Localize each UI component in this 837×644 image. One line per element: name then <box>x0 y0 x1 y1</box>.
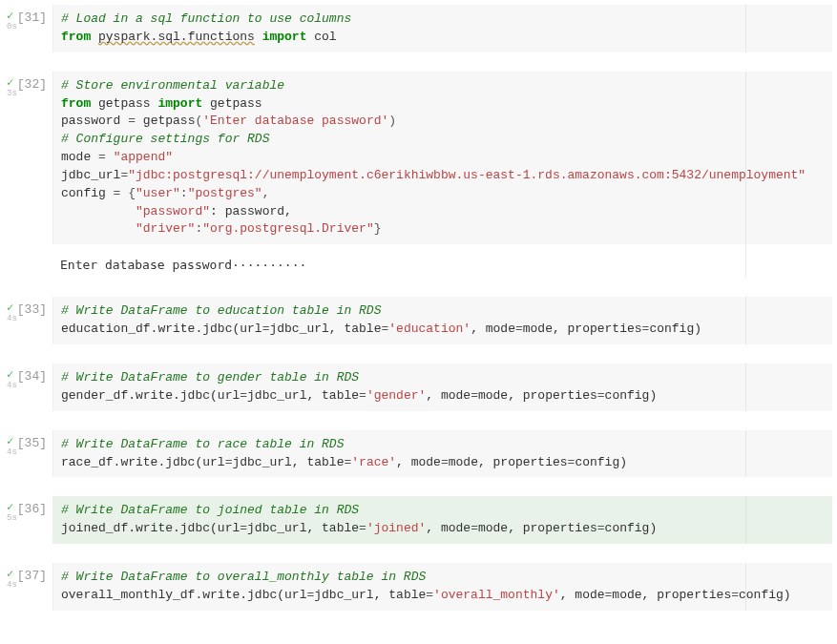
ruler-line <box>745 563 746 611</box>
code-input[interactable]: # Write DataFrame to education table in … <box>52 297 832 344</box>
code-token: # Write DataFrame to joined table in RDS <box>61 503 359 517</box>
cell-output: Enter database password·········· <box>52 252 832 278</box>
code-token: = <box>98 150 114 164</box>
notebook-cell[interactable]: ✓[31]0s# Load in a sql function to use c… <box>5 5 832 52</box>
code-token: = <box>441 455 449 469</box>
code-token: : password, <box>210 204 292 218</box>
ruler-line <box>745 364 746 411</box>
code-token: 'joined' <box>366 521 426 535</box>
cell-exec-time: 3s <box>7 89 17 98</box>
code-input[interactable]: # Load in a sql function to use columns … <box>52 5 832 52</box>
code-token: "driver" <box>136 221 195 236</box>
code-token: config) <box>649 322 701 336</box>
code-token: 'gender' <box>366 388 426 403</box>
notebook-cell[interactable]: ✓[36]5s# Write DataFrame to joined table… <box>5 496 832 544</box>
code-token: "jdbc:postgresql://unemployment.c6erikhi… <box>128 168 806 182</box>
code-token <box>255 30 262 44</box>
code-token: jdbc_url <box>61 168 120 182</box>
notebook-cell[interactable]: ✓[34]4s# Write DataFrame to gender table… <box>5 364 832 411</box>
notebook-cell[interactable]: ✓[33]4s# Write DataFrame to education ta… <box>5 297 832 344</box>
cell-exec-time: 4s <box>7 447 17 457</box>
code-token: mode, properties <box>523 322 642 336</box>
code-token <box>61 221 136 236</box>
code-token: getpass <box>98 96 157 111</box>
code-token: ) <box>388 114 396 128</box>
code-token: = <box>240 521 247 535</box>
code-token: mode, properties <box>449 455 568 469</box>
code-token: = <box>471 388 478 403</box>
code-input[interactable]: # Write DataFrame to gender table in RDS… <box>52 364 832 411</box>
ruler-line <box>745 5 746 52</box>
cell-gutter[interactable]: ✓[34]4s <box>5 364 52 411</box>
code-token: # Load in a sql function to use columns <box>61 11 351 26</box>
cell-gutter[interactable]: ✓[31]0s <box>5 5 52 52</box>
code-token: jdbc_url, table <box>232 455 344 469</box>
check-icon: ✓ <box>7 367 13 382</box>
code-token: config) <box>605 388 658 403</box>
code-token: = <box>597 521 605 535</box>
code-token: mode <box>61 150 98 164</box>
code-token: pyspark.sql.functions <box>98 30 255 44</box>
code-input[interactable]: # Write DataFrame to joined table in RDS… <box>52 496 832 544</box>
check-icon: ✓ <box>7 567 13 581</box>
notebook-cell[interactable]: ✓[32]3s# Store environmental variable fr… <box>5 72 832 279</box>
code-token: joined_df.write.jdbc(url <box>61 521 240 535</box>
code-token: race_df.write.jdbc(url <box>61 455 225 469</box>
code-token: = <box>731 588 739 602</box>
check-icon: ✓ <box>7 500 13 514</box>
code-token: "org.postgresql.Driver" <box>202 221 373 236</box>
code-token: mode, properties <box>612 588 731 602</box>
notebook-cell[interactable]: ✓[37]4s# Write DataFrame to overall_mont… <box>5 563 832 611</box>
code-token: "postgres" <box>188 186 262 200</box>
code-token: config) <box>605 521 658 535</box>
cell-exec-time: 0s <box>7 22 17 31</box>
code-token: getpass <box>143 114 196 128</box>
check-icon: ✓ <box>7 9 13 23</box>
cell-gutter[interactable]: ✓[33]4s <box>5 297 52 344</box>
cell-body: # Write DataFrame to education table in … <box>52 297 832 344</box>
code-token: import <box>262 30 315 44</box>
code-token: , mode <box>426 521 471 535</box>
code-token: = <box>240 388 247 403</box>
cell-body: # Store environmental variable from getp… <box>52 72 832 279</box>
ruler-line <box>745 430 746 478</box>
code-token: , mode <box>560 588 605 602</box>
code-token: = <box>128 114 143 128</box>
code-input[interactable]: # Write DataFrame to race table in RDS r… <box>52 430 832 478</box>
cell-body: # Write DataFrame to gender table in RDS… <box>52 364 832 411</box>
ruler-line <box>745 72 746 279</box>
code-token: from <box>61 96 98 111</box>
cell-gutter[interactable]: ✓[32]3s <box>5 72 52 279</box>
code-token: = <box>597 388 605 403</box>
code-token: "user" <box>136 186 180 200</box>
cell-gutter[interactable]: ✓[35]4s <box>5 430 52 478</box>
code-token: # Write DataFrame to education table in … <box>61 303 381 318</box>
notebook-cell[interactable]: ✓[35]4s# Write DataFrame to race table i… <box>5 430 832 478</box>
ruler-line <box>745 297 746 344</box>
notebook-container: ✓[31]0s# Load in a sql function to use c… <box>5 5 832 611</box>
check-icon: ✓ <box>7 434 13 448</box>
cell-gutter[interactable]: ✓[37]4s <box>5 563 52 611</box>
code-token: , <box>262 186 270 200</box>
code-token: = <box>471 521 478 535</box>
code-token: = <box>515 322 523 336</box>
code-input[interactable]: # Store environmental variable from getp… <box>52 72 832 245</box>
code-input[interactable]: # Write DataFrame to overall_monthly tab… <box>52 563 832 611</box>
code-token: = <box>359 521 366 535</box>
code-token: , mode <box>426 388 471 403</box>
code-token: gender_df.write.jdbc(url <box>61 388 240 403</box>
code-token: overall_monthly_df.write.jdbc(url <box>61 588 306 602</box>
code-token: "append" <box>114 150 173 164</box>
cell-exec-time: 5s <box>7 513 17 523</box>
code-token: jdbc_url, table <box>269 322 381 336</box>
code-token: getpass <box>210 96 262 111</box>
cell-gutter[interactable]: ✓[36]5s <box>5 496 52 544</box>
code-token: = { <box>114 186 136 200</box>
code-token: "password" <box>136 204 210 218</box>
code-token: config) <box>739 588 791 602</box>
code-token: 'education' <box>388 322 471 336</box>
code-token: # Write DataFrame to overall_monthly tab… <box>61 570 426 584</box>
code-token: : <box>180 186 188 200</box>
code-token: mode, properties <box>478 388 597 403</box>
code-token: education_df.write.jdbc(url <box>61 322 262 336</box>
